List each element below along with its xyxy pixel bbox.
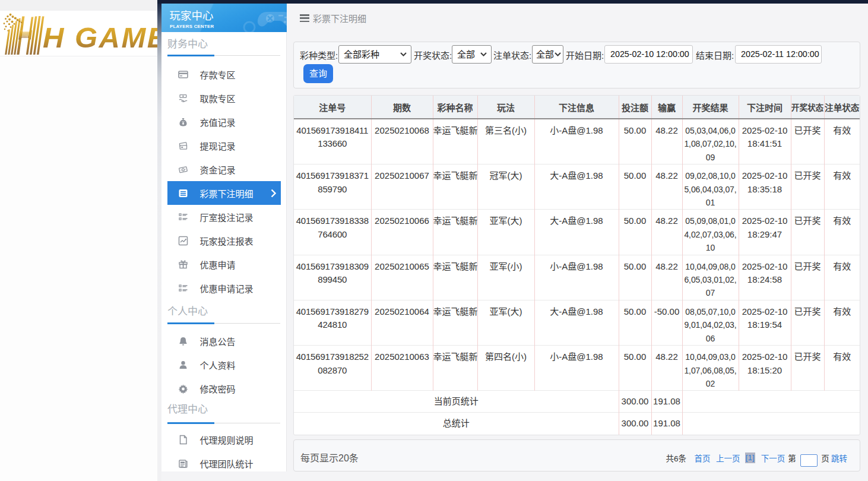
svg-text:H GAME: H GAME xyxy=(43,21,157,53)
